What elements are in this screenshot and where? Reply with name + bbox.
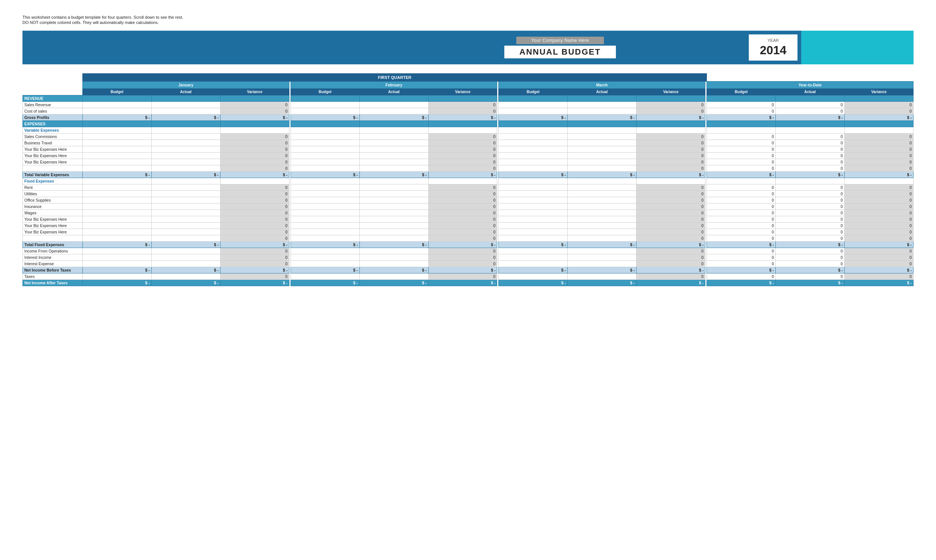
data-cell[interactable] (499, 274, 567, 280)
data-cell[interactable]: 0 (707, 261, 776, 267)
data-cell[interactable]: 0 (707, 223, 776, 229)
data-cell[interactable] (359, 261, 428, 267)
data-cell[interactable] (567, 216, 637, 223)
data-cell[interactable]: $ - (776, 280, 845, 286)
data-cell[interactable]: 0 (707, 203, 776, 210)
data-cell[interactable] (290, 165, 359, 172)
data-cell[interactable]: 0 (776, 134, 845, 140)
data-cell[interactable] (83, 210, 152, 216)
data-cell[interactable]: 0 (707, 185, 776, 191)
data-cell[interactable] (359, 152, 428, 159)
data-cell[interactable] (499, 159, 567, 165)
data-cell[interactable]: $ - (567, 280, 637, 286)
data-cell[interactable]: $ - (567, 172, 637, 178)
data-cell[interactable] (83, 134, 152, 140)
data-cell[interactable]: $ - (776, 172, 845, 178)
data-cell[interactable] (83, 185, 152, 191)
data-cell[interactable]: $ - (707, 242, 776, 248)
data-cell[interactable] (290, 108, 359, 114)
data-cell[interactable] (290, 159, 359, 165)
data-cell[interactable] (151, 216, 220, 223)
data-cell[interactable] (151, 203, 220, 210)
data-cell[interactable] (359, 248, 428, 254)
data-cell[interactable] (359, 159, 428, 165)
data-cell[interactable]: 0 (776, 229, 845, 235)
data-cell[interactable] (151, 165, 220, 172)
data-cell[interactable] (499, 216, 567, 223)
data-cell[interactable] (359, 191, 428, 197)
data-cell[interactable]: 0 (776, 248, 845, 254)
data-cell[interactable] (499, 210, 567, 216)
data-cell[interactable] (567, 254, 637, 261)
data-cell[interactable] (567, 235, 637, 242)
data-cell[interactable]: $ - (83, 242, 152, 248)
data-cell[interactable]: 0 (707, 146, 776, 152)
data-cell[interactable]: 0 (707, 248, 776, 254)
data-cell[interactable]: $ - (707, 280, 776, 286)
data-cell[interactable]: 0 (776, 203, 845, 210)
data-cell[interactable] (290, 229, 359, 235)
data-cell[interactable]: 0 (776, 223, 845, 229)
data-cell[interactable]: $ - (359, 280, 428, 286)
data-cell[interactable]: $ - (290, 267, 359, 274)
data-cell[interactable] (151, 248, 220, 254)
data-cell[interactable]: $ - (499, 172, 567, 178)
data-cell[interactable]: $ - (499, 267, 567, 274)
data-cell[interactable]: $ - (499, 242, 567, 248)
data-cell[interactable]: 0 (707, 108, 776, 114)
data-cell[interactable] (290, 134, 359, 140)
data-cell[interactable] (359, 185, 428, 191)
data-cell[interactable]: 0 (707, 191, 776, 197)
data-cell[interactable] (151, 108, 220, 114)
data-cell[interactable] (567, 229, 637, 235)
data-cell[interactable] (83, 108, 152, 114)
data-cell[interactable] (359, 274, 428, 280)
data-cell[interactable] (567, 134, 637, 140)
data-cell[interactable]: $ - (83, 280, 152, 286)
data-cell[interactable] (151, 185, 220, 191)
data-cell[interactable] (151, 102, 220, 108)
data-cell[interactable]: 0 (707, 235, 776, 242)
data-cell[interactable]: $ - (359, 267, 428, 274)
data-cell[interactable]: 0 (776, 216, 845, 223)
data-cell[interactable] (83, 261, 152, 267)
data-cell[interactable] (359, 102, 428, 108)
data-cell[interactable] (567, 165, 637, 172)
data-cell[interactable] (151, 261, 220, 267)
data-cell[interactable]: $ - (567, 267, 637, 274)
data-cell[interactable] (567, 146, 637, 152)
data-cell[interactable]: 0 (707, 216, 776, 223)
data-cell[interactable]: 0 (776, 159, 845, 165)
data-cell[interactable] (567, 102, 637, 108)
data-cell[interactable] (83, 235, 152, 242)
data-cell[interactable] (290, 274, 359, 280)
data-cell[interactable] (290, 235, 359, 242)
data-cell[interactable] (151, 223, 220, 229)
data-cell[interactable] (290, 146, 359, 152)
data-cell[interactable] (290, 248, 359, 254)
data-cell[interactable]: $ - (290, 242, 359, 248)
data-cell[interactable] (83, 152, 152, 159)
data-cell[interactable] (83, 146, 152, 152)
data-cell[interactable]: 0 (707, 229, 776, 235)
data-cell[interactable]: $ - (151, 172, 220, 178)
data-cell[interactable] (359, 235, 428, 242)
data-cell[interactable] (290, 152, 359, 159)
data-cell[interactable]: 0 (707, 274, 776, 280)
data-cell[interactable] (499, 102, 567, 108)
data-cell[interactable] (567, 223, 637, 229)
data-cell[interactable] (499, 152, 567, 159)
data-cell[interactable] (499, 203, 567, 210)
data-cell[interactable]: 0 (707, 152, 776, 159)
data-cell[interactable] (290, 261, 359, 267)
data-cell[interactable] (151, 197, 220, 203)
data-cell[interactable]: $ - (83, 172, 152, 178)
data-cell[interactable]: 0 (707, 210, 776, 216)
data-cell[interactable]: $ - (290, 280, 359, 286)
data-cell[interactable] (359, 108, 428, 114)
data-cell[interactable] (567, 108, 637, 114)
data-cell[interactable] (359, 229, 428, 235)
data-cell[interactable] (83, 223, 152, 229)
data-cell[interactable] (567, 159, 637, 165)
data-cell[interactable] (359, 216, 428, 223)
